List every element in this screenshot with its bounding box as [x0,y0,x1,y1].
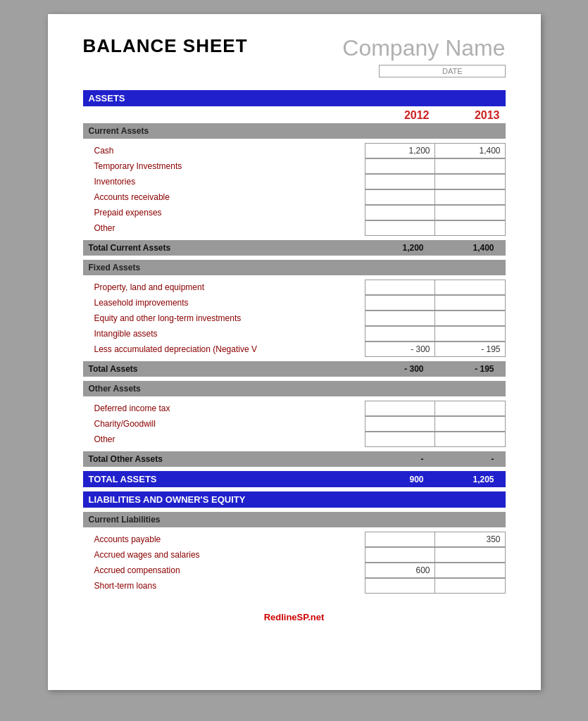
date-wrapper: DATE [342,64,505,77]
total-assets-all-val1: 900 [359,475,430,484]
cell-val2[interactable] [435,189,506,205]
total-assets-row: Total Assets - 300 - 195 [83,361,506,377]
total-assets-label: Total Assets [89,364,138,374]
cell-val2[interactable] [435,280,506,295]
row-label: Equity and other long-term investments [83,312,365,325]
row-label: Leasehold improvements [83,296,365,309]
liabilities-header: LIABILITIES AND OWNER'S EQUITY [83,491,506,508]
input-cells [365,189,506,205]
cell-val1[interactable] [365,189,435,205]
table-row: Deferred income tax [83,401,506,416]
cell-val2[interactable] [435,220,506,236]
cell-val1[interactable] [365,532,435,547]
table-row: Other [83,432,506,447]
cell-val2[interactable]: 350 [435,532,506,547]
row-label: Short-term loans [83,579,365,592]
total-other-assets-row: Total Other Assets - - [83,451,506,467]
input-cells [365,220,506,236]
page-title: BALANCE SHEET [83,35,248,57]
cell-val2[interactable] [435,174,506,189]
table-row: Other [83,220,506,236]
other-assets-header: Other Assets [83,381,506,396]
table-row: Accrued wages and salaries [83,547,506,563]
cell-val2[interactable] [435,432,506,447]
company-block: Company Name DATE [342,35,505,77]
cell-val2[interactable] [435,416,506,432]
cell-val1[interactable] [365,326,435,341]
total-assets-all-row: TOTAL ASSETS 900 1,205 [83,471,506,487]
cell-val2[interactable] [435,547,506,563]
fixed-assets-header: Fixed Assets [83,260,506,275]
cell-val1[interactable]: 600 [365,563,435,578]
total-other-assets-values: - - [359,454,500,464]
company-name: Company Name [342,35,505,61]
cell-val1[interactable] [365,205,435,220]
row-label: Accrued wages and salaries [83,548,365,561]
cell-val2[interactable] [435,578,506,594]
cell-val1[interactable] [365,401,435,416]
title-block: BALANCE SHEET [83,35,248,57]
input-cells [365,578,506,594]
table-row: Inventories [83,174,506,189]
row-label: Deferred income tax [83,402,365,415]
cell-val1[interactable] [365,174,435,189]
total-current-assets-row: Total Current Assets 1,200 1,400 [83,240,506,256]
total-assets-val2: - 195 [430,364,500,374]
input-cells [365,174,506,189]
row-label: Intangible assets [83,327,365,340]
table-row: Accrued compensation600 [83,563,506,578]
total-current-assets-val2: 1,400 [430,243,500,253]
cell-val1[interactable] [365,280,435,295]
cell-val1[interactable] [365,158,435,174]
cell-val1[interactable] [365,220,435,236]
year-header-row: 2012 2013 [83,106,506,123]
date-field[interactable]: DATE [379,65,506,77]
total-assets-all-val2: 1,205 [430,475,500,484]
input-cells [365,547,506,563]
cell-val1[interactable] [365,295,435,311]
table-row: Temporary Investments [83,158,506,174]
input-cells: - 300- 195 [365,341,506,357]
cell-val2[interactable] [435,401,506,416]
header: BALANCE SHEET Company Name DATE [83,35,506,77]
cell-val2[interactable]: 1,400 [435,143,506,158]
cell-val2[interactable] [435,205,506,220]
total-assets-all-label: TOTAL ASSETS [89,474,157,484]
cell-val1[interactable]: - 300 [365,341,435,357]
row-label: Other [83,222,365,234]
current-liabilities-section: Accounts payable350Accrued wages and sal… [83,527,506,598]
cell-val1[interactable] [365,547,435,563]
cell-val1[interactable]: 1,200 [365,143,435,158]
cell-val1[interactable] [365,578,435,594]
total-current-assets-label: Total Current Assets [89,243,171,253]
input-cells [365,280,506,295]
cell-val2[interactable] [435,311,506,326]
total-other-assets-label: Total Other Assets [89,454,163,464]
cell-val1[interactable] [365,432,435,447]
footer: RedlineSP.net [83,612,506,622]
cell-val2[interactable] [435,326,506,341]
cell-val1[interactable] [365,311,435,326]
table-row: Intangible assets [83,326,506,341]
total-assets-val1: - 300 [359,364,430,374]
cell-val2[interactable] [435,563,506,578]
total-assets-values: - 300 - 195 [359,364,500,374]
row-label: Property, land and equipment [83,281,365,294]
row-label: Accrued compensation [83,564,365,577]
input-cells [365,416,506,432]
input-cells [365,432,506,447]
total-assets-all-values: 900 1,205 [359,475,500,484]
table-row: Leasehold improvements [83,295,506,311]
current-assets-header: Current Assets [83,123,506,139]
cell-val2[interactable]: - 195 [435,341,506,357]
cell-val2[interactable] [435,158,506,174]
assets-header: ASSETS [83,90,506,106]
row-label: Accounts receivable [83,191,365,203]
row-label: Inventories [83,175,365,188]
cell-val1[interactable] [365,416,435,432]
table-row: Less accumulated depreciation (Negative … [83,341,506,357]
cell-val2[interactable] [435,295,506,311]
footer-text: RedlineSP.net [264,612,325,622]
row-label: Accounts payable [83,533,365,546]
table-row: Short-term loans [83,578,506,594]
